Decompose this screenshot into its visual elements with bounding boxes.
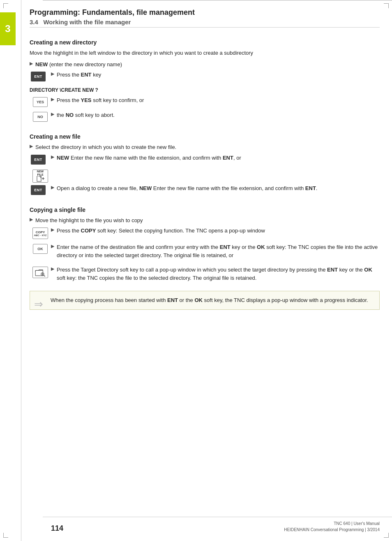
copying-file-heading: Copying a single file bbox=[30, 207, 380, 213]
copy-key-button[interactable]: COPY ABC→XYZ bbox=[32, 228, 48, 239]
top-border-line bbox=[43, 0, 392, 0]
newfile-top: NEW bbox=[37, 170, 44, 173]
copy-item: ▶ Press the COPY soft key: Select the co… bbox=[51, 227, 380, 235]
target-row: ▶ Press the Target Directory soft key to… bbox=[30, 266, 380, 284]
no-key-button[interactable]: NO bbox=[33, 112, 48, 122]
move-highlight-item: ▶ Move the highlight to the file you wis… bbox=[30, 216, 380, 225]
target-dir-icon bbox=[35, 268, 46, 276]
arrow-icon: ▶ bbox=[51, 185, 54, 190]
yes-key-button[interactable]: YES bbox=[33, 97, 48, 107]
arrow-icon: ▶ bbox=[51, 71, 54, 77]
arrow-icon: ▶ bbox=[51, 227, 54, 232]
arrow-icon: ▶ bbox=[51, 266, 54, 272]
press-no-text: the NO soft key to abort. bbox=[57, 111, 380, 119]
press-ent-text: Press the ENT key bbox=[57, 71, 380, 79]
select-dir-text: Select the directory in which you wish t… bbox=[35, 143, 380, 151]
ent-key-col: ENT bbox=[30, 71, 51, 81]
new-label: NEW bbox=[35, 61, 48, 67]
new-label2: NEW bbox=[57, 155, 69, 161]
no-text-col: ▶ the NO soft key to abort. bbox=[51, 111, 380, 122]
move-highlight-text: Move the highlight to the file you wish … bbox=[35, 216, 380, 225]
ent-bold3: ENT bbox=[305, 185, 316, 191]
copy-key-bottom: ABC→XYZ bbox=[34, 234, 47, 237]
press-yes-text: Press the YES soft key to confirm, or bbox=[57, 96, 380, 104]
arrow-icon: ▶ bbox=[30, 144, 33, 149]
no-key-col: NO bbox=[30, 111, 51, 122]
ent-bold5: ENT bbox=[327, 267, 338, 273]
ok-item: ▶ Enter the name of the destination file… bbox=[51, 243, 380, 259]
press-yes-item: ▶ Press the YES soft key to confirm, or bbox=[51, 96, 380, 104]
note-ok-bold: OK bbox=[194, 297, 203, 303]
arrow-icon: ▶ bbox=[51, 97, 54, 102]
target-item: ▶ Press the Target Directory soft key to… bbox=[51, 266, 380, 282]
ok-key-col: OK bbox=[30, 243, 51, 254]
page-header: Programming: Fundamentals, file manageme… bbox=[30, 8, 380, 28]
file-ent-key-col: ENT bbox=[30, 154, 51, 165]
ent-text-col: ▶ Press the ENT key bbox=[51, 71, 380, 81]
ok-bold: OK bbox=[257, 244, 265, 250]
no-bold: NO bbox=[66, 112, 74, 118]
note-text: When the copying process has been starte… bbox=[51, 297, 368, 303]
file-ent-key-button[interactable]: ENT bbox=[31, 155, 46, 165]
newfile-ent-text: Open a dialog to create a new file, NEW … bbox=[57, 184, 380, 193]
step-new-directory: ▶ NEW (enter the new directory name) bbox=[30, 60, 380, 69]
newfile-ent-text-col: ▶ Open a dialog to create a new file, NE… bbox=[51, 184, 380, 195]
newfile-ent-key-col: ENT bbox=[30, 184, 51, 195]
copy-key-col: COPY ABC→XYZ bbox=[30, 227, 51, 239]
note-arrow-icon: ⇒ bbox=[34, 296, 43, 312]
ok-text: Enter the name of the destination file a… bbox=[57, 243, 380, 259]
ok-bold2: OK bbox=[364, 267, 372, 273]
svg-line-6 bbox=[44, 275, 45, 276]
target-key-col bbox=[30, 266, 51, 278]
note-box: ⇒ When the copying process has been star… bbox=[30, 291, 380, 310]
yes-key-col: YES bbox=[30, 96, 51, 107]
main-content: Programming: Fundamentals, file manageme… bbox=[21, 0, 392, 541]
file-ent-item: ▶ NEW Enter the new file name with the f… bbox=[51, 154, 380, 162]
file-ent-text-col: ▶ NEW Enter the new file name with the f… bbox=[51, 154, 380, 165]
newfile-key-col: NEW FILE bbox=[30, 169, 51, 183]
target-key-button[interactable] bbox=[32, 267, 48, 278]
creating-directory-heading: Creating a new directory bbox=[30, 39, 380, 46]
copy-text: Press the COPY soft key: Select the copy… bbox=[57, 227, 380, 235]
footer-line2: HEIDENHAIN Conversational Programming | … bbox=[284, 527, 380, 533]
press-no-item: ▶ the NO soft key to abort. bbox=[51, 111, 380, 119]
file-ent-text: NEW Enter the new file name with the fil… bbox=[57, 154, 380, 162]
chapter-tab: 3 bbox=[0, 12, 16, 45]
yes-text-col: ▶ Press the YES soft key to confirm, or bbox=[51, 96, 380, 107]
newfile-ent-key-button[interactable]: ENT bbox=[31, 185, 46, 195]
creating-directory-intro: Move the highlight in the left window to… bbox=[30, 49, 380, 57]
ent-key-button[interactable]: ENT bbox=[31, 72, 46, 81]
chapter-title: Programming: Fundamentals, file manageme… bbox=[30, 8, 380, 17]
newfile-key-button[interactable]: NEW FILE bbox=[32, 169, 48, 183]
arrow-icon: ▶ bbox=[51, 244, 54, 249]
arrow-icon: ▶ bbox=[51, 111, 54, 117]
creating-file-heading: Creating a new file bbox=[30, 133, 380, 140]
arrow-icon: ▶ bbox=[30, 61, 33, 66]
target-text: Press the Target Directory soft key to c… bbox=[57, 266, 380, 282]
note-ent-bold: ENT bbox=[167, 297, 178, 303]
yes-bold: YES bbox=[81, 97, 92, 103]
chapter-number: 3 bbox=[5, 23, 10, 35]
newfile-row: NEW FILE bbox=[30, 169, 380, 183]
yes-row: YES ▶ Press the YES soft key to confirm,… bbox=[30, 96, 380, 107]
newfile-icon bbox=[36, 176, 44, 182]
footer-text: TNC 640 | User's Manual HEIDENHAIN Conve… bbox=[284, 520, 380, 533]
ent-bold2: ENT bbox=[223, 155, 233, 161]
copy-text-col: ▶ Press the COPY soft key: Select the co… bbox=[51, 227, 380, 237]
ent-bold4: ENT bbox=[220, 244, 231, 250]
newfile-ent-row: ENT ▶ Open a dialog to create a new file… bbox=[30, 184, 380, 195]
arrow-icon: ▶ bbox=[51, 154, 54, 160]
ok-key-button[interactable]: OK bbox=[33, 244, 48, 254]
footer-line1: TNC 640 | User's Manual bbox=[284, 520, 380, 527]
press-ent-item: ▶ Press the ENT key bbox=[51, 71, 380, 79]
page-wrapper: 3 Programming: Fundamentals, file manage… bbox=[0, 0, 392, 541]
select-dir-item: ▶ Select the directory in which you wish… bbox=[30, 143, 380, 151]
newfile-ent-item: ▶ Open a dialog to create a new file, NE… bbox=[51, 184, 380, 193]
arrow-icon: ▶ bbox=[30, 217, 33, 222]
section-title: 3.4 Working with the file manager bbox=[30, 19, 380, 26]
page-number: 114 bbox=[51, 524, 63, 533]
copy-row: COPY ABC→XYZ ▶ Press the COPY soft key: … bbox=[30, 227, 380, 239]
sidebar: 3 bbox=[0, 0, 21, 541]
no-row: NO ▶ the NO soft key to abort. bbox=[30, 111, 380, 122]
new-label3: NEW bbox=[139, 185, 152, 191]
